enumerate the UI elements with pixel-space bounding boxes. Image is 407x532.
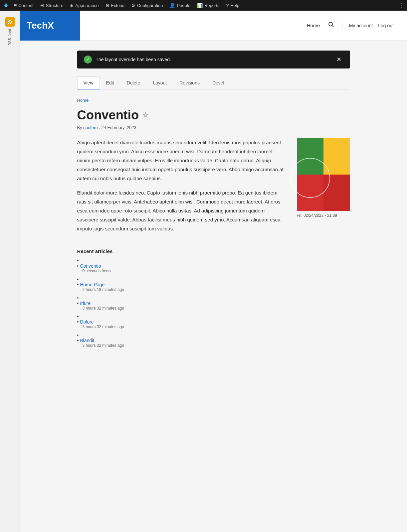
drupal-logo[interactable] bbox=[3, 2, 9, 9]
status-close-button[interactable]: ✕ bbox=[334, 55, 343, 64]
extend-icon: ⊕ bbox=[105, 3, 109, 8]
article-time-ago: 0 seconds hence bbox=[83, 269, 350, 273]
recent-article-link[interactable]: Dolore bbox=[80, 319, 94, 325]
svg-point-0 bbox=[8, 23, 9, 24]
tab-devel[interactable]: Devel bbox=[206, 76, 231, 89]
recent-articles-heading: Recent articles bbox=[77, 248, 350, 254]
header-divider bbox=[342, 22, 342, 30]
tab-layout[interactable]: Layout bbox=[146, 76, 173, 89]
main-area: TechX Home My account Log out bbox=[20, 11, 407, 532]
article-title: Conventio ☆ bbox=[77, 108, 350, 122]
recent-articles-list: • Conventio 0 seconds hence • Home Page … bbox=[77, 258, 350, 348]
article-text: Abigo aptent decet diam ille lucidus mau… bbox=[77, 138, 287, 238]
breadcrumb: Home bbox=[77, 97, 350, 103]
tab-edit[interactable]: Edit bbox=[100, 76, 120, 89]
recent-article-link[interactable]: Conventio bbox=[80, 263, 101, 269]
svg-line-2 bbox=[332, 26, 333, 27]
article-image bbox=[297, 138, 350, 211]
toolbar-extend[interactable]: ⊕ Extend bbox=[102, 0, 128, 11]
recent-article-link[interactable]: Home Page bbox=[80, 282, 104, 287]
toolbar-help[interactable]: ? Help bbox=[223, 0, 243, 11]
breadcrumb-home[interactable]: Home bbox=[77, 98, 89, 103]
my-account-link[interactable]: My account bbox=[349, 23, 373, 28]
list-item: • Conventio 0 seconds hence bbox=[77, 258, 350, 273]
article-paragraph-1: Abigo aptent decet diam ille lucidus mau… bbox=[77, 138, 287, 183]
recent-articles: Recent articles • Conventio 0 seconds he… bbox=[77, 248, 350, 348]
configuration-icon: ⚙ bbox=[131, 3, 135, 8]
list-item: • Blandit 3 hours 32 minutes ago bbox=[77, 332, 350, 348]
image-caption: Fri, 02/24/2023 - 21:39 bbox=[297, 213, 350, 218]
search-button[interactable] bbox=[327, 20, 335, 31]
status-message-left: ✓ The layout override has been saved. bbox=[84, 56, 171, 64]
article-meta: By spetoru , 24 February, 2023 bbox=[77, 125, 350, 130]
structure-icon: ⊞ bbox=[40, 3, 44, 8]
site-logo: TechX bbox=[27, 20, 54, 31]
toolbar-content[interactable]: ≡ Content bbox=[11, 0, 37, 11]
appearance-icon: ◈ bbox=[70, 3, 74, 8]
header-user-links: My account Log out bbox=[349, 23, 394, 28]
toolbar-toggle[interactable]: ⋮ bbox=[398, 2, 404, 9]
help-icon: ? bbox=[226, 3, 229, 8]
toolbar-structure[interactable]: ⊞ Structure bbox=[37, 0, 67, 11]
image-quadrant-1 bbox=[297, 138, 323, 175]
toolbar-right: ⋮ bbox=[398, 2, 404, 9]
author-link[interactable]: spetoru bbox=[83, 125, 98, 130]
site-header: TechX Home My account Log out bbox=[20, 11, 407, 41]
site-logo-area: TechX bbox=[20, 11, 80, 41]
tab-view[interactable]: View bbox=[77, 76, 100, 89]
rss-icon bbox=[5, 17, 15, 27]
people-icon: 👤 bbox=[169, 3, 175, 8]
tab-revisions[interactable]: Revisions bbox=[173, 76, 206, 89]
toolbar-appearance[interactable]: ◈ Appearance bbox=[67, 0, 102, 11]
nav-home[interactable]: Home bbox=[307, 23, 320, 28]
page-wrapper: RSS feed TechX Home My account Lo bbox=[0, 0, 407, 532]
recent-article-link[interactable]: Iriure bbox=[80, 301, 91, 306]
article-time-ago: 3 hours 32 minutes ago bbox=[83, 325, 350, 329]
star-icon[interactable]: ☆ bbox=[142, 111, 149, 120]
recent-article-link[interactable]: Blandit bbox=[80, 338, 94, 343]
article-time-ago: 2 hours 18 minutes ago bbox=[83, 287, 350, 292]
status-check-icon: ✓ bbox=[84, 56, 92, 64]
article-time-ago: 3 hours 32 minutes ago bbox=[83, 306, 350, 311]
status-message: ✓ The layout override has been saved. ✕ bbox=[77, 51, 350, 68]
log-out-link[interactable]: Log out bbox=[378, 23, 394, 28]
tabs-bar: View Edit Delete Layout Revisions Devel bbox=[77, 76, 350, 89]
article-image-block: Fri, 02/24/2023 - 21:39 bbox=[297, 138, 350, 238]
rss-feed-widget[interactable]: RSS feed bbox=[5, 17, 15, 46]
left-sidebar: RSS feed bbox=[0, 11, 20, 532]
header-nav: Home My account Log out bbox=[307, 20, 394, 31]
article-date: 24 February, 2023 bbox=[102, 125, 136, 130]
list-item: • Iriure 3 hours 32 minutes ago bbox=[77, 295, 350, 311]
toolbar-reports[interactable]: 📊 Reports bbox=[194, 0, 223, 11]
admin-toolbar: ≡ Content ⊞ Structure ◈ Appearance ⊕ Ext… bbox=[0, 0, 407, 11]
list-item: • Home Page 2 hours 18 minutes ago bbox=[77, 277, 350, 292]
toolbar-people[interactable]: 👤 People bbox=[166, 0, 193, 11]
article-paragraph-2: Blandit dolor iriure lucidus neo. Capto … bbox=[77, 188, 287, 233]
reports-icon: 📊 bbox=[197, 3, 203, 8]
image-quadrant-4 bbox=[323, 175, 350, 211]
svg-point-1 bbox=[329, 22, 332, 26]
toolbar-configuration[interactable]: ⚙ Configuration bbox=[128, 0, 166, 11]
article-time-ago: 3 hours 32 minutes ago bbox=[83, 343, 350, 348]
list-item: • Dolore 3 hours 32 minutes ago bbox=[77, 314, 350, 329]
article-body: Abigo aptent decet diam ille lucidus mau… bbox=[77, 138, 350, 238]
content-wrapper: ✓ The layout override has been saved. ✕ … bbox=[71, 51, 357, 351]
content-icon: ≡ bbox=[14, 3, 17, 8]
image-quadrant-3 bbox=[297, 175, 323, 211]
image-quadrant-2 bbox=[323, 138, 350, 175]
status-message-text: The layout override has been saved. bbox=[96, 57, 171, 62]
tab-delete[interactable]: Delete bbox=[120, 76, 146, 89]
